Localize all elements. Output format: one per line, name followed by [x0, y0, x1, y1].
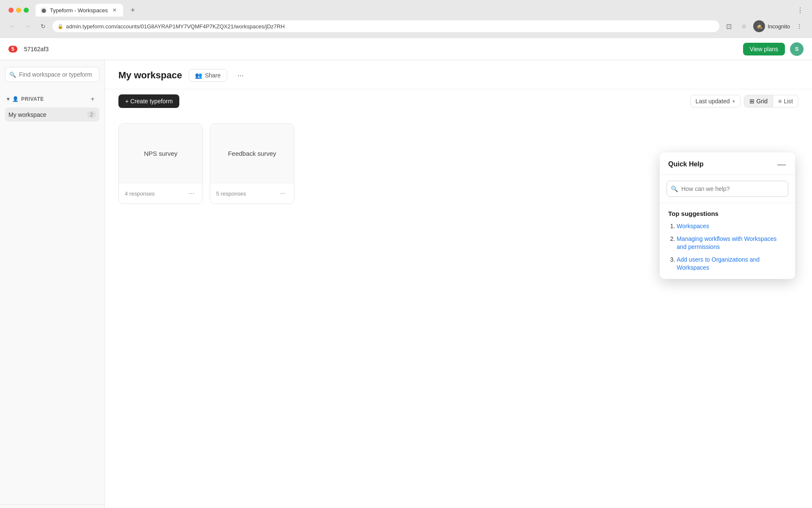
- toolbar: + Create typeform Last updated ▾ ⊞ Grid …: [105, 89, 812, 113]
- workspace-item-count: 2: [87, 111, 96, 118]
- tab-title: Typeform - Workspaces: [50, 7, 108, 14]
- refresh-button[interactable]: ↻: [37, 20, 49, 32]
- list-label: List: [784, 98, 793, 105]
- sidebar: 🔍 ▾ 👤 PRIVATE + My workspace 2 ⊕ Apps: [0, 60, 105, 508]
- bookmark-icon[interactable]: ☆: [738, 20, 750, 32]
- new-tab-button[interactable]: +: [126, 4, 139, 17]
- create-typeform-button[interactable]: + Create typeform: [118, 94, 179, 108]
- person-icon: 👤: [12, 96, 19, 102]
- share-label: Share: [205, 72, 220, 79]
- quick-help-search-section: 🔍: [660, 175, 795, 203]
- form-card-1[interactable]: Feedback survey 5 responses ···: [210, 123, 294, 204]
- main-content: My workspace 👥 Share ··· + Create typefo…: [105, 60, 812, 508]
- browser-chrome: ⬤ Typeform - Workspaces ✕ + ⋮ ← → ↻ 🔒 ad…: [0, 0, 812, 38]
- list-view-button[interactable]: ≡ List: [773, 95, 798, 107]
- app-header: 5 57162af3 View plans S: [0, 38, 812, 60]
- back-button[interactable]: ←: [7, 20, 19, 32]
- incognito-label-text: Incognito: [768, 23, 790, 30]
- workspace-title: My workspace: [118, 70, 182, 81]
- sort-button[interactable]: Last updated ▾: [690, 95, 741, 108]
- list-icon: ≡: [778, 98, 782, 105]
- browser-tab-bar: ⬤ Typeform - Workspaces ✕ + ⋮ ← → ↻ 🔒 ad…: [0, 0, 812, 38]
- chevron-down-icon: ▾: [7, 96, 10, 102]
- view-plans-button[interactable]: View plans: [743, 43, 785, 55]
- suggestion-1: Managing workflows with Workspaces and p…: [677, 235, 787, 251]
- app-header-right: View plans S: [743, 42, 804, 56]
- suggestion-2: Add users to Organizations and Workspace…: [677, 256, 787, 272]
- tab-favicon: ⬤: [41, 7, 47, 13]
- sidebar-search-wrap: 🔍: [0, 60, 104, 89]
- incognito-icon: 🕵: [753, 20, 765, 32]
- grid-view-button[interactable]: ⊞ Grid: [744, 95, 773, 107]
- form-card-1-title: Feedback survey: [221, 143, 283, 164]
- sidebar-search-icon: 🔍: [9, 72, 16, 78]
- sidebar-bottom: ⊕ Apps & Integrations ›: [0, 504, 104, 508]
- sidebar-section-header: ▾ 👤 PRIVATE +: [5, 92, 99, 106]
- traffic-light-green[interactable]: [24, 8, 29, 13]
- sort-label: Last updated: [696, 98, 730, 105]
- profile-button[interactable]: 🕵 Incognito: [753, 20, 790, 32]
- address-url: admin.typeform.com/accounts/01G8AYRAP1MY…: [66, 23, 285, 30]
- form-card-1-footer: 5 responses ···: [210, 183, 294, 204]
- notification-badge: 5: [8, 46, 17, 52]
- form-card-0[interactable]: NPS survey 4 responses ···: [118, 123, 203, 204]
- user-avatar[interactable]: S: [790, 42, 804, 56]
- quick-help-header: Quick Help —: [660, 152, 795, 175]
- traffic-light-yellow[interactable]: [16, 8, 21, 13]
- quick-help-search-icon: 🔍: [671, 185, 678, 192]
- suggestion-2-link[interactable]: Add users to Organizations and Workspace…: [677, 256, 760, 271]
- browser-menu-icon[interactable]: ⋮: [793, 5, 807, 16]
- sort-chevron-icon: ▾: [732, 99, 735, 104]
- toolbar-right: Last updated ▾ ⊞ Grid ≡ List: [690, 95, 798, 108]
- form-card-0-responses: 4 responses: [125, 190, 155, 197]
- suggestion-0-link[interactable]: Workspaces: [677, 223, 709, 229]
- address-bar: ← → ↻ 🔒 admin.typeform.com/accounts/01G8…: [0, 17, 812, 36]
- form-card-0-more-button[interactable]: ···: [187, 188, 197, 199]
- quick-help-title: Quick Help: [668, 160, 704, 168]
- traffic-lights: [5, 8, 32, 13]
- form-card-0-preview: NPS survey: [119, 124, 203, 183]
- sidebar-private-section: ▾ 👤 PRIVATE + My workspace 2: [0, 89, 104, 125]
- share-button[interactable]: 👥 Share: [189, 69, 227, 82]
- suggestion-1-link[interactable]: Managing workflows with Workspaces and p…: [677, 235, 776, 251]
- form-card-0-title: NPS survey: [137, 143, 184, 164]
- form-card-0-footer: 4 responses ···: [119, 183, 203, 204]
- sidebar-private-label: ▾ 👤 PRIVATE: [7, 96, 44, 102]
- workspace-item-label: My workspace: [8, 111, 46, 118]
- quick-help-panel: Quick Help — 🔍 Top suggestions Workspace…: [660, 152, 795, 279]
- browser-tab[interactable]: ⬤ Typeform - Workspaces ✕: [36, 4, 123, 17]
- suggestions-list: Workspaces Managing workflows with Works…: [668, 222, 787, 272]
- grid-label: Grid: [757, 98, 768, 105]
- cast-icon[interactable]: ⊡: [723, 20, 735, 32]
- top-suggestions-title: Top suggestions: [668, 210, 787, 217]
- suggestion-0: Workspaces: [677, 222, 787, 231]
- forward-button[interactable]: →: [22, 20, 34, 32]
- private-label-text: PRIVATE: [21, 96, 44, 102]
- lock-icon: 🔒: [58, 24, 63, 29]
- sidebar-item-my-workspace[interactable]: My workspace 2: [5, 108, 99, 121]
- form-card-1-preview: Feedback survey: [210, 124, 294, 183]
- account-name: 57162af3: [24, 46, 49, 52]
- app-layout: 🔍 ▾ 👤 PRIVATE + My workspace 2 ⊕ Apps: [0, 60, 812, 508]
- add-workspace-button[interactable]: +: [88, 94, 98, 104]
- form-card-1-responses: 5 responses: [216, 190, 246, 197]
- quick-help-body: Top suggestions Workspaces Managing work…: [660, 203, 795, 279]
- address-input[interactable]: 🔒 admin.typeform.com/accounts/01G8AYRAP1…: [52, 20, 719, 32]
- share-icon: 👥: [195, 72, 202, 79]
- form-card-1-more-button[interactable]: ···: [278, 188, 288, 199]
- tab-close-button[interactable]: ✕: [111, 7, 118, 14]
- grid-icon: ⊞: [749, 98, 754, 105]
- quick-help-search-input[interactable]: [667, 181, 788, 197]
- quick-help-minimize-button[interactable]: —: [776, 159, 787, 169]
- sidebar-search-input[interactable]: [5, 67, 99, 82]
- view-toggle: ⊞ Grid ≡ List: [744, 95, 798, 108]
- browser-more-button[interactable]: ⋮: [793, 20, 805, 32]
- workspace-more-button[interactable]: ···: [234, 69, 247, 82]
- traffic-light-red[interactable]: [8, 8, 14, 13]
- main-header: My workspace 👥 Share ···: [105, 60, 812, 89]
